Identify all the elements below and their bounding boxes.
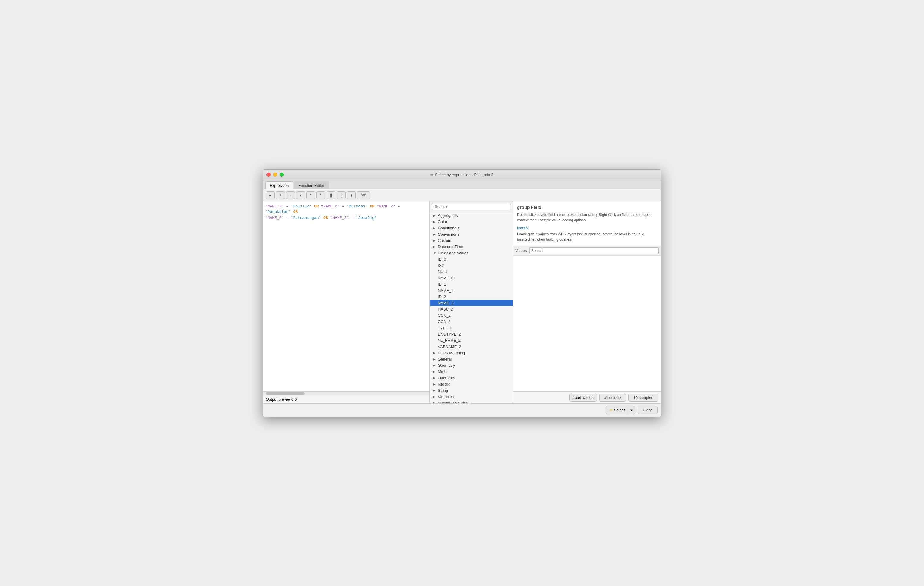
values-section: Values Load values all unique 10 samples [513,246,661,403]
tree-group-fuzzy-matching[interactable]: ▶ Fuzzy Matching [429,350,513,356]
expression-line-2: "NAME_2" = 'Patnanungan' OR "NAME_2" = '… [265,215,427,221]
select-icon: ✏ [609,408,613,413]
tree-item-type_2[interactable]: TYPE_2 [429,325,513,331]
titlebar: ✏ Select by expression - PHL_adm2 [263,170,661,180]
btn-divide[interactable]: / [296,191,305,199]
expression-panel: "NAME_2" = 'Polillo' OR "NAME_2" = 'Burd… [263,201,429,403]
tree-item-hasc_2[interactable]: HASC_2 [429,306,513,312]
tree-group-conversions[interactable]: ▶ Conversions [429,231,513,237]
select-button-group: ✏ Select ▼ [606,406,635,414]
btn-plus[interactable]: + [276,191,285,199]
tree-item-name_2[interactable]: NAME_2 [429,300,513,306]
maximize-button[interactable] [279,173,284,177]
values-header: Values [513,246,661,255]
info-title: group Field [517,205,657,210]
btn-power[interactable]: ^ [317,191,325,199]
function-tree: ▶ Aggregates ▶ Color ▶ Conditionals ▶ Co… [429,212,513,403]
select-dropdown-button[interactable]: ▼ [628,406,635,414]
tree-group-conditionals[interactable]: ▶ Conditionals [429,225,513,231]
tree-item-ccn_2[interactable]: CCN_2 [429,312,513,319]
values-actions: Load values all unique 10 samples [513,392,661,403]
bottom-bar: ✏ Select ▼ Close [263,403,661,417]
tree-item-id_1[interactable]: ID_1 [429,281,513,287]
btn-rparen[interactable]: ) [347,191,356,199]
scrollbar-thumb [266,392,305,395]
all-unique-button[interactable]: all unique [599,393,626,402]
tree-group-geometry[interactable]: ▶ Geometry [429,362,513,369]
tree-item-iso[interactable]: ISO [429,262,513,268]
tree-group-math[interactable]: ▶ Math [429,369,513,375]
expression-editor[interactable]: "NAME_2" = 'Polillo' OR "NAME_2" = 'Burd… [263,201,429,392]
function-search-input[interactable] [432,203,510,210]
minimize-button[interactable] [273,173,277,177]
tab-expression[interactable]: Expression [265,181,293,189]
btn-concat[interactable]: || [327,191,335,199]
tree-group-color[interactable]: ▶ Color [429,219,513,225]
expression-scrollbar[interactable] [263,392,429,395]
tab-bar: Expression Function Editor [263,180,661,189]
load-values-button[interactable]: Load values [569,393,597,402]
tree-item-cca_2[interactable]: CCA_2 [429,319,513,325]
tree-item-null[interactable]: NULL [429,268,513,275]
values-content [513,255,661,392]
close-button-bottom[interactable]: Close [638,406,658,414]
values-search-input[interactable] [529,247,659,254]
tree-group-aggregates[interactable]: ▶ Aggregates [429,212,513,219]
output-preview-bar: Output preview: 0 [263,395,429,403]
expression-line-1: "NAME_2" = 'Polillo' OR "NAME_2" = 'Burd… [265,204,427,215]
btn-multiply[interactable]: * [306,191,315,199]
tree-item-id_2[interactable]: ID_2 [429,294,513,300]
tree-group-record[interactable]: ▶ Record [429,381,513,387]
tree-group-fields-and-values[interactable]: ▼ Fields and Values [429,250,513,256]
search-box [429,201,513,212]
tree-item-id_0[interactable]: ID_0 [429,256,513,262]
main-content: "NAME_2" = 'Polillo' OR "NAME_2" = 'Burd… [263,201,661,403]
expression-toolbar: = + - / * ^ || ( ) '\n' [263,189,661,201]
tree-item-nl_name_2[interactable]: NL_NAME_2 [429,337,513,344]
tree-item-engtype_2[interactable]: ENGTYPE_2 [429,331,513,337]
tab-function-editor[interactable]: Function Editor [294,181,328,189]
btn-minus[interactable]: - [286,191,295,199]
tree-item-varname_2[interactable]: VARNAME_2 [429,344,513,350]
info-notes-label: Notes [517,226,657,230]
tree-group-variables[interactable]: ▶ Variables [429,393,513,400]
output-preview-value: 0 [295,397,297,402]
info-panel: group Field Double click to add field na… [513,201,661,403]
tree-group-custom[interactable]: ▶ Custom [429,237,513,244]
info-description: group Field Double click to add field na… [513,201,661,246]
btn-lparen[interactable]: ( [337,191,346,199]
ten-samples-button[interactable]: 10 samples [629,393,658,402]
traffic-lights [266,173,284,177]
info-notes-text: Loading field values from WFS layers isn… [517,231,657,242]
window-title: ✏ Select by expression - PHL_adm2 [431,173,493,177]
tree-item-name_1[interactable]: NAME_1 [429,287,513,294]
values-label: Values [515,249,527,253]
tree-group-general[interactable]: ▶ General [429,356,513,362]
info-description-text: Double click to add field name to expres… [517,212,657,223]
tree-group-string[interactable]: ▶ String [429,387,513,393]
tree-group-recent-selection[interactable]: ▶ Recent (Selection) [429,400,513,403]
close-button[interactable] [266,173,271,177]
main-window: ✏ Select by expression - PHL_adm2 Expres… [262,169,662,417]
tree-group-operators[interactable]: ▶ Operators [429,375,513,381]
functions-panel: ▶ Aggregates ▶ Color ▶ Conditionals ▶ Co… [429,201,513,403]
tree-group-date-time[interactable]: ▶ Date and Time [429,244,513,250]
select-main-button[interactable]: ✏ Select [606,406,628,414]
tree-item-name_0[interactable]: NAME_0 [429,275,513,281]
btn-newline[interactable]: '\n' [357,191,370,199]
btn-equals[interactable]: = [266,191,275,199]
output-preview-label: Output preview: [266,397,293,402]
